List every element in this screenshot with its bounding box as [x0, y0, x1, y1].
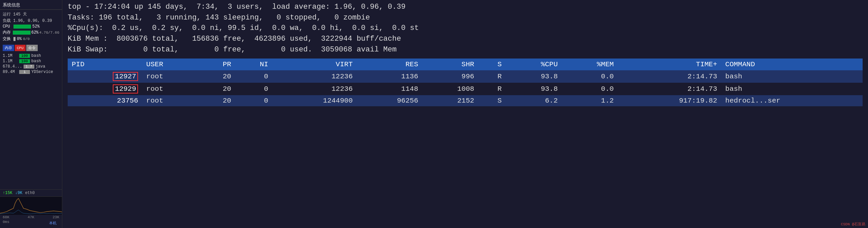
col-command: COMMAND: [721, 59, 863, 70]
swap-label: 交换: [3, 36, 12, 42]
cell-mem-3: 1.2: [562, 95, 618, 106]
uptime-label: 运行 145 天: [3, 11, 27, 17]
bottom-label: 本机: [46, 220, 59, 226]
cell-s-1: R: [478, 70, 506, 83]
mem-label: 内存: [3, 30, 12, 35]
mem-bar-fill: [13, 31, 31, 35]
load-label: 负载 1.96, 0.96, 0.39: [3, 18, 52, 24]
top-info-block: top - 17:24:04 up 145 days, 7:34, 3 user…: [68, 2, 863, 55]
graph-bottom: 0ms 本机: [0, 220, 62, 227]
top-line3: %Cpu(s): 0.2 us, 0.2 sy, 0.0 ni, 99.5 id…: [68, 23, 863, 33]
table-row: 12929 root 20 0 12236 1148 1008 R 93.8 0…: [68, 83, 863, 95]
swap-stat: 交换 0% 0/0: [0, 36, 62, 42]
tab-mem[interactable]: 内存: [3, 45, 14, 51]
cell-s-3: S: [478, 95, 506, 106]
uptime-stat: 运行 145 天: [0, 11, 62, 18]
sidebar-process-list: 1.1M 100 bash 1.1M 100 bash 678.4... 1.7…: [0, 53, 62, 189]
graph-label-68k: 68K: [3, 215, 9, 219]
proc-cpu-3: 1.7: [24, 65, 34, 69]
mem-pct: 62%: [31, 30, 39, 35]
list-item: 1.1M 100 bash: [0, 53, 62, 59]
cell-cpu-1: 93.8: [506, 70, 562, 83]
cell-pid-3: 23756: [68, 95, 142, 106]
cell-pid-2: 12929: [68, 83, 142, 95]
proc-name-2: bash: [31, 59, 41, 64]
cell-pr-2: 20: [198, 83, 235, 95]
cpu-bar-fill: [13, 25, 31, 29]
list-item: 1.1M 100 bash: [0, 59, 62, 64]
mem-used: 4.7G/7.6G: [39, 31, 59, 35]
cell-cmd-1: bash: [721, 70, 863, 83]
main-content: top - 17:24:04 up 145 days, 7:34, 3 user…: [62, 0, 868, 228]
col-s: S: [478, 59, 506, 70]
swap-val: 0/0: [23, 37, 30, 41]
list-item: 678.4... 1.7 java: [0, 64, 62, 69]
col-pr: PR: [198, 59, 235, 70]
proc-cpu-2: 100: [19, 59, 30, 63]
cell-time-1: 2:14.73: [618, 70, 721, 83]
load-stat: 负载 1.96, 0.96, 0.39: [0, 18, 62, 24]
cell-res-2: 1148: [357, 83, 423, 95]
col-ni: NI: [235, 59, 272, 70]
graph-time: 0ms: [3, 220, 9, 226]
cell-res-3: 96256: [357, 95, 423, 106]
table-header-row: PID USER PR NI VIRT RES SHR S %CPU %MEM …: [68, 59, 863, 70]
top-line1: top - 17:24:04 up 145 days, 7:34, 3 user…: [68, 2, 863, 12]
cell-mem-2: 0.0: [562, 83, 618, 95]
cell-cpu-2: 93.8: [506, 83, 562, 95]
tab-cpu[interactable]: CPU: [15, 45, 26, 51]
cell-pr-3: 20: [198, 95, 235, 106]
cell-shr-3: 2152: [422, 95, 478, 106]
pid-box-2: 12929: [113, 85, 138, 94]
sidebar-title: 系统信息: [0, 1, 62, 10]
cell-virt-1: 12236: [272, 70, 357, 83]
sidebar: 系统信息 运行 145 天 负载 1.96, 0.96, 0.39 CPU 52…: [0, 0, 62, 228]
graph-labels: 68K 47K 23K: [0, 215, 62, 220]
process-table: PID USER PR NI VIRT RES SHR S %CPU %MEM …: [68, 59, 863, 106]
cell-s-2: R: [478, 83, 506, 95]
cell-ni-1: 0: [235, 70, 272, 83]
cell-ni-2: 0: [235, 83, 272, 95]
proc-name-3: java: [36, 64, 45, 69]
cell-cmd-3: hedrocl...ser: [721, 95, 863, 106]
watermark: CSDN @石宣易: [841, 222, 865, 227]
proc-cpu-1: 100: [19, 54, 30, 58]
proc-mem-2: 1.1M: [3, 59, 18, 64]
col-res: RES: [357, 59, 423, 70]
col-user: USER: [142, 59, 198, 70]
proc-name-4: YDService: [31, 70, 53, 74]
cell-shr-1: 996: [422, 70, 478, 83]
col-shr: SHR: [422, 59, 478, 70]
col-mem: %MEM: [562, 59, 618, 70]
list-item: 89.4M 1 YDService: [0, 69, 62, 75]
net-stats: ↑15K ↓9K eth0: [0, 189, 62, 196]
cpu-stat: CPU 52%: [0, 24, 62, 29]
cell-virt-3: 1244900: [272, 95, 357, 106]
table-row: 12927 root 20 0 12236 1136 996 R 93.8 0.…: [68, 70, 863, 83]
net-up: ↑15K: [3, 191, 12, 195]
cell-res-1: 1136: [357, 70, 423, 83]
col-virt: VIRT: [272, 59, 357, 70]
cell-shr-2: 1008: [422, 83, 478, 95]
net-iface: eth0: [25, 191, 35, 195]
top-line4: KiB Mem : 8003676 total, 156836 free, 46…: [68, 34, 863, 44]
pid-box-1: 12927: [113, 72, 138, 81]
cell-mem-1: 0.0: [562, 70, 618, 83]
sidebar-tabs[interactable]: 内存 CPU 命令: [0, 43, 62, 53]
cell-time-2: 2:14.73: [618, 83, 721, 95]
cell-time-3: 917:19.82: [618, 95, 721, 106]
cell-user-3: root: [142, 95, 198, 106]
col-cpu: %CPU: [506, 59, 562, 70]
net-down: ↓9K: [15, 191, 23, 195]
top-line5: KiB Swap: 0 total, 0 free, 0 used. 30590…: [68, 45, 863, 55]
cell-cpu-3: 6.2: [506, 95, 562, 106]
cell-virt-2: 12236: [272, 83, 357, 95]
proc-mem-3: 678.4...: [3, 64, 22, 69]
cell-user-2: root: [142, 83, 198, 95]
cell-pr-1: 20: [198, 70, 235, 83]
graph-label-23k: 23K: [53, 215, 59, 219]
cell-user-1: root: [142, 70, 198, 83]
cell-ni-3: 0: [235, 95, 272, 106]
proc-name-1: bash: [31, 54, 41, 58]
tab-cmd[interactable]: 命令: [26, 45, 38, 51]
